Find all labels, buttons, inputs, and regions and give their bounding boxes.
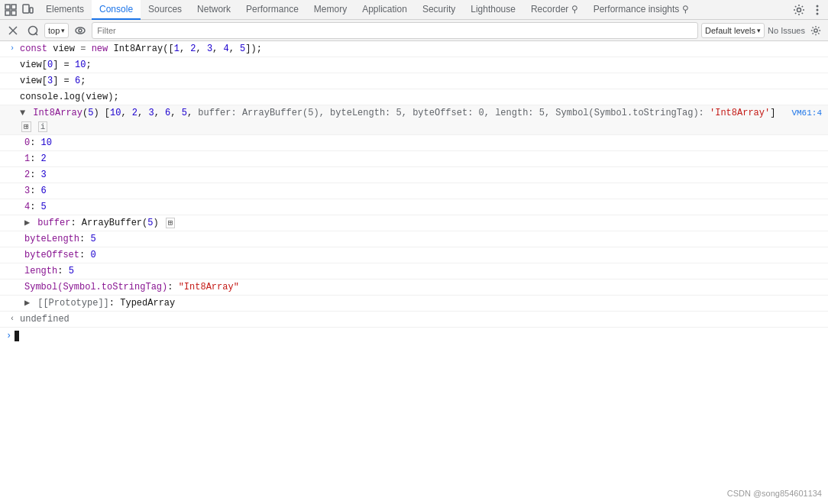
toolbar-right [791,2,825,18]
levels-label: Default levels [705,26,755,35]
svg-rect-0 [5,5,10,9]
input-code-1: const view = new Int8Array([1, 2, 3, 4, … [18,42,828,56]
tab-application[interactable]: Application [354,0,415,20]
output-prototype: ▶ [[Prototype]]: TypedArray [0,296,828,312]
output-byteoffset: byteOffset: 0 [0,247,828,263]
input-arrow-icon: › [6,42,18,56]
input-line-3: view[3] = 6; [0,73,828,89]
source-link-vm61[interactable]: VM61:4 [791,106,828,120]
prop-0-content: 0: 10 [23,136,828,150]
devtools-tabs-bar: Elements Console Sources Network Perform… [0,0,828,20]
expand-arrow-icon[interactable]: ▼ [20,106,27,120]
tab-console[interactable]: Console [92,0,141,20]
left-arrow-icon: ‹ [6,312,18,326]
context-selector[interactable]: top ▾ [44,23,69,38]
tab-network[interactable]: Network [189,0,238,20]
output-prop-4: 4: 5 [0,199,828,215]
length-content: length: 5 [23,264,828,278]
buffer-table-icon[interactable]: ⊞ [166,218,176,228]
context-value: top [48,26,60,35]
output-symbol: Symbol(Symbol.toStringTag): "Int8Array" [0,279,828,296]
svg-rect-2 [5,11,10,15]
output-prop-3: 3: 6 [0,183,828,199]
toolbar-left-icons [3,2,38,18]
console-toolbar: top ▾ Default levels ▾ No Issues [0,20,828,41]
context-dropdown-icon: ▾ [61,27,65,34]
console-settings-button[interactable] [808,23,823,38]
symbol-content: Symbol(Symbol.toStringTag): "Int8Array" [23,280,828,294]
tab-elements[interactable]: Elements [38,0,92,20]
output-bytelength: byteLength: 5 [0,231,828,247]
console-prompt-line[interactable]: › [0,328,828,344]
console-input-cursor[interactable] [15,331,19,341]
table-icon[interactable]: ⊞ [21,121,31,132]
input-line-4: console.log(view); [0,89,828,105]
svg-point-15 [79,29,82,32]
more-options-button[interactable] [810,2,825,18]
filter-input[interactable] [92,22,698,39]
svg-rect-5 [30,8,33,13]
input-line-1: › const view = new Int8Array([1, 2, 3, 4… [0,41,828,57]
levels-selector[interactable]: Default levels ▾ [701,23,765,38]
main-tabs: Elements Console Sources Network Perform… [38,0,697,20]
svg-rect-1 [11,5,16,9]
buffer-expand-icon[interactable]: ▶ [24,216,32,230]
input-line-2: view[0] = 10; [0,57,828,73]
input-code-3: view[3] = 6; [18,74,828,88]
no-issues-badge: No Issues [768,26,805,35]
prop-4-content: 4: 5 [23,200,828,214]
prop-3-content: 3: 6 [23,184,828,198]
output-int8array-header: ▼ Int8Array(5) [10, 2, 3, 6, 5, buffer: … [0,105,828,135]
tab-security[interactable]: Security [415,0,463,20]
watermark: CSDN @song854601134 [727,489,822,498]
prototype-content[interactable]: ▶ [[Prototype]]: TypedArray [23,296,828,310]
byteoffset-content: byteOffset: 0 [23,248,828,262]
prop-2-content: 2: 3 [23,168,828,182]
svg-rect-4 [23,5,29,13]
svg-point-8 [817,8,819,11]
info-icon[interactable]: i [38,121,48,132]
prompt-arrow-icon: › [6,329,11,343]
svg-point-14 [76,27,85,34]
input-code-4: console.log(view); [18,90,828,104]
svg-point-6 [797,8,801,11]
clear-console-button[interactable] [5,22,21,39]
svg-point-9 [817,12,819,15]
undefined-output-line: ‹ undefined [0,312,828,328]
console-content: › const view = new Int8Array([1, 2, 3, 4… [0,41,828,504]
tab-performance[interactable]: Performance [238,0,306,20]
output-prop-2: 2: 3 [0,167,828,183]
buffer-content[interactable]: ▶ buffer: ArrayBuffer(5) ⊞ [23,216,828,230]
eye-button[interactable] [72,22,89,39]
tab-sources[interactable]: Sources [141,0,189,20]
tab-recorder[interactable]: Recorder ⚲ [523,0,586,20]
tab-performance-insights[interactable]: Performance insights ⚲ [586,0,697,20]
levels-dropdown-icon: ▾ [757,27,761,34]
prop-1-content: 1: 2 [23,152,828,166]
bytelength-content: byteLength: 5 [23,232,828,246]
svg-point-16 [814,28,817,31]
svg-point-7 [817,5,819,7]
output-length: length: 5 [0,263,828,279]
output-prop-1: 1: 2 [0,151,828,167]
undefined-value: undefined [18,312,828,326]
svg-rect-3 [11,11,16,15]
output-int8array-summary[interactable]: ▼ Int8Array(5) [10, 2, 3, 6, 5, buffer: … [18,106,791,134]
output-prop-0: 0: 10 [0,135,828,151]
input-code-2: view[0] = 10; [18,58,828,72]
inspect-element-button[interactable] [3,2,18,18]
filter-button[interactable] [24,22,41,39]
device-toolbar-button[interactable] [20,2,35,18]
settings-button[interactable] [791,2,807,18]
console-body: › const view = new Int8Array([1, 2, 3, 4… [0,41,828,504]
tab-lighthouse[interactable]: Lighthouse [463,0,523,20]
output-buffer: ▶ buffer: ArrayBuffer(5) ⊞ [0,215,828,231]
tab-memory[interactable]: Memory [306,0,354,20]
prototype-expand-icon[interactable]: ▶ [24,296,32,310]
